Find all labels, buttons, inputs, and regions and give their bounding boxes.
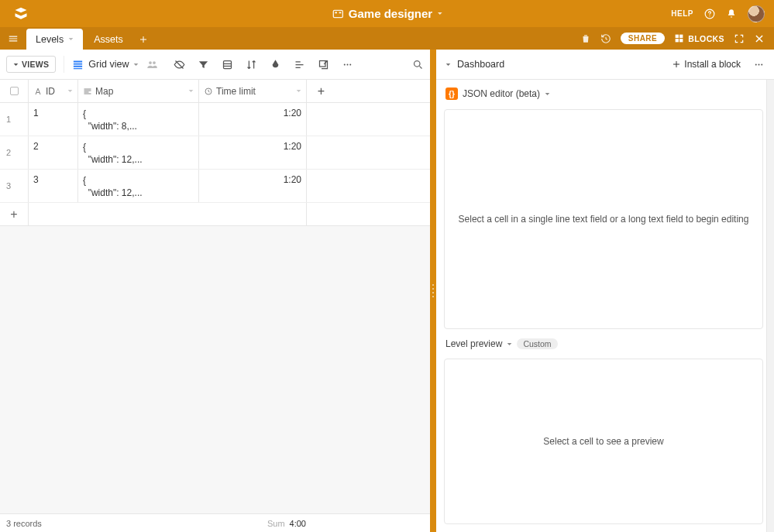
hide-fields-icon[interactable] <box>174 59 185 70</box>
filter-icon[interactable] <box>198 59 209 70</box>
search-icon[interactable] <box>412 59 424 70</box>
svg-rect-0 <box>333 10 342 17</box>
sum-value: 4:00 <box>290 519 306 528</box>
header-time[interactable]: Time limit <box>199 80 307 102</box>
json-block-header[interactable]: {} JSON editor (beta) <box>444 88 763 100</box>
svg-rect-7 <box>676 39 679 42</box>
caret-down-icon <box>13 62 19 67</box>
cell-map[interactable]: { "width": 8,... <box>78 103 199 136</box>
dots-icon[interactable] <box>342 59 353 70</box>
install-block-button[interactable]: Install a block <box>672 59 741 70</box>
header-checkbox[interactable] <box>0 80 29 102</box>
header-id[interactable]: ID <box>29 80 78 102</box>
help-link[interactable]: HELP <box>671 9 693 18</box>
preview-block-body[interactable]: Select a cell to see a preview <box>444 359 763 524</box>
sort-icon[interactable] <box>246 59 257 70</box>
left-toolbar: VIEWS Grid view <box>0 50 430 80</box>
preview-block-header[interactable]: Level preview Custom <box>444 338 763 349</box>
trash-icon[interactable] <box>580 33 591 44</box>
scrollbar[interactable] <box>766 80 774 532</box>
svg-point-18 <box>432 284 434 286</box>
tool-group <box>174 59 353 70</box>
row-height-icon[interactable] <box>294 59 305 70</box>
row-number: 3 <box>0 170 29 202</box>
svg-point-23 <box>759 63 760 65</box>
svg-point-19 <box>432 288 434 290</box>
json-placeholder: Select a cell in a single line text fiel… <box>459 214 749 225</box>
record-count: 3 records <box>0 519 42 528</box>
left-footer: 3 records Sum 4:00 <box>0 513 430 532</box>
expand-icon[interactable] <box>734 33 745 44</box>
svg-rect-6 <box>679 35 683 38</box>
summary[interactable]: Sum 4:00 <box>267 519 430 528</box>
svg-rect-11 <box>224 60 232 68</box>
caret-down-icon <box>188 88 194 94</box>
blocks-button[interactable]: BLOCKS <box>674 33 724 43</box>
right-pane: Dashboard Install a block {} JSON editor… <box>436 50 774 532</box>
app-icon <box>332 8 344 20</box>
history-icon[interactable] <box>600 33 611 44</box>
dots-icon[interactable] <box>753 59 765 70</box>
svg-point-15 <box>350 63 352 65</box>
cell-id[interactable]: 3 <box>29 170 78 202</box>
tab-label: Assets <box>94 34 123 45</box>
cell-map[interactable]: { "width": 12,... <box>78 170 199 202</box>
preview-placeholder: Select a cell to see a preview <box>543 436 663 447</box>
group-icon[interactable] <box>222 59 233 70</box>
color-icon[interactable] <box>270 59 281 70</box>
svg-point-14 <box>347 63 349 65</box>
help-icon[interactable] <box>704 9 715 19</box>
table-row[interactable]: 2 2 { "width": 12,... 1:20 <box>0 136 430 170</box>
duration-field-icon <box>204 87 213 96</box>
views-button[interactable]: VIEWS <box>6 56 56 73</box>
menu-icon[interactable] <box>0 27 26 50</box>
tab-levels[interactable]: Levels <box>26 29 83 50</box>
tab-assets[interactable]: Assets <box>84 29 132 50</box>
table-body: 1 1 { "width": 8,... 1:20 2 2 { "width":… <box>0 103 430 513</box>
table-row[interactable]: 3 3 { "width": 12,... 1:20 <box>0 170 430 203</box>
dashboard-title[interactable]: Dashboard <box>457 59 504 70</box>
topbar: Game designer HELP <box>0 0 774 27</box>
json-icon: {} <box>445 88 458 100</box>
caret-down-icon <box>68 36 74 42</box>
cell-id[interactable]: 2 <box>29 136 78 169</box>
main: VIEWS Grid view <box>0 50 774 532</box>
caret-down-icon <box>133 62 139 67</box>
svg-rect-8 <box>679 39 683 42</box>
caret-down-icon[interactable] <box>445 62 451 67</box>
bell-icon[interactable] <box>726 9 737 19</box>
cell-time[interactable]: 1:20 <box>199 136 307 169</box>
avatar[interactable] <box>748 5 765 22</box>
svg-point-4 <box>709 15 710 16</box>
divider <box>64 56 64 73</box>
custom-badge: Custom <box>517 338 557 349</box>
plus-icon: + <box>0 203 29 225</box>
base-title[interactable]: Game designer <box>332 7 442 20</box>
svg-point-22 <box>755 63 757 65</box>
close-icon[interactable] <box>754 33 765 44</box>
pane-resizer[interactable] <box>430 50 436 532</box>
row-number: 2 <box>0 136 29 169</box>
cell-time[interactable]: 1:20 <box>199 103 307 136</box>
header-add-field[interactable]: + <box>307 80 335 102</box>
json-block-title: JSON editor (beta) <box>463 88 540 99</box>
tab-add[interactable] <box>134 29 153 50</box>
table-row[interactable]: 1 1 { "width": 8,... 1:20 <box>0 103 430 136</box>
header-time-label: Time limit <box>216 86 256 97</box>
add-row[interactable]: + <box>0 203 430 226</box>
svg-rect-2 <box>339 12 341 13</box>
cell-time[interactable]: 1:20 <box>199 170 307 202</box>
cell-id[interactable]: 1 <box>29 103 78 136</box>
json-block-body[interactable]: Select a cell in a single line text fiel… <box>444 109 763 329</box>
share-view-icon[interactable] <box>318 59 329 70</box>
share-button[interactable]: SHARE <box>621 33 666 44</box>
table-header: ID Map Time limit + <box>0 80 430 103</box>
collaborators-icon[interactable] <box>146 59 158 70</box>
svg-point-21 <box>432 296 434 297</box>
logo-icon[interactable] <box>12 5 29 22</box>
caret-down-icon <box>437 11 442 16</box>
view-switcher[interactable]: Grid view <box>72 59 139 70</box>
header-map[interactable]: Map <box>78 80 199 102</box>
cell-map[interactable]: { "width": 12,... <box>78 136 199 169</box>
header-id-label: ID <box>46 86 55 97</box>
